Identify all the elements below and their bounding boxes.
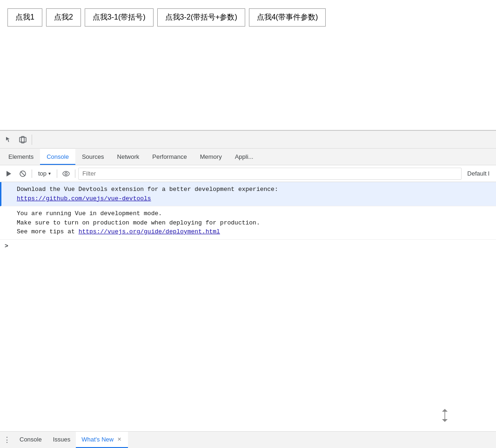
btn-2[interactable]: 点我2 (46, 8, 81, 27)
devtools-panel: Elements Console Sources Network Perform… (0, 130, 496, 448)
page-content-area: 点我1 点我2 点我3-1(带括号) 点我3-2(带括号+参数) 点我4(带事件… (0, 0, 496, 130)
tab-console[interactable]: Console (40, 149, 75, 165)
console-toolbar-separator-2 (57, 170, 57, 178)
message-link-2[interactable]: https://vuejs.org/guide/deployment.html (79, 228, 220, 235)
default-levels-label: Default l (463, 170, 493, 177)
more-options-icon[interactable]: ⋮ (0, 432, 14, 448)
cursor-icon (5, 136, 13, 143)
console-message-2: You are running Vue in development mode.… (0, 206, 496, 240)
bottom-tabs: Console Issues What's New ✕ (14, 432, 496, 448)
eye-icon (62, 170, 70, 177)
block-button[interactable] (17, 168, 29, 180)
button-row: 点我1 点我2 点我3-1(带括号) 点我3-2(带括号+参数) 点我4(带事件… (7, 8, 489, 27)
bottom-tab-console[interactable]: Console (14, 432, 47, 448)
btn-4[interactable]: 点我4(带事件参数) (249, 8, 326, 27)
tab-elements[interactable]: Elements (2, 149, 40, 165)
btn-3-1[interactable]: 点我3-1(带括号) (85, 8, 154, 27)
device-icon (19, 136, 27, 143)
svg-point-6 (65, 172, 67, 175)
console-prompt-line: > (0, 240, 496, 253)
tab-memory[interactable]: Memory (194, 149, 228, 165)
svg-point-5 (63, 171, 69, 176)
inspect-element-button[interactable] (2, 133, 16, 147)
chevron-down-icon: ▾ (48, 171, 51, 176)
tab-application[interactable]: Appli... (228, 149, 260, 165)
resize-handle[interactable] (440, 409, 449, 422)
btn-1[interactable]: 点我1 (7, 8, 42, 27)
console-message-1: Download the Vue Devtools extension for … (0, 182, 496, 206)
console-content: Download the Vue Devtools extension for … (0, 182, 496, 431)
message-text-2-line1: You are running Vue in development mode. (17, 210, 162, 217)
prompt-chevron-icon: > (5, 243, 8, 250)
message-text-1: Download the Vue Devtools extension for … (17, 186, 278, 193)
eye-button[interactable] (60, 168, 72, 180)
svg-rect-0 (20, 137, 26, 142)
message-text-2-line3: See more tips at (17, 228, 79, 235)
message-link-1[interactable]: https://github.com/vuejs/vue-devtools (17, 195, 151, 202)
toolbar-separator-1 (32, 135, 32, 145)
context-selector[interactable]: top ▾ (35, 169, 54, 178)
console-toolbar: top ▾ Default l (0, 165, 496, 182)
svg-line-4 (21, 171, 25, 176)
filter-input[interactable] (78, 168, 462, 180)
tab-network[interactable]: Network (111, 149, 146, 165)
console-toolbar-separator-3 (75, 170, 75, 178)
block-icon (20, 170, 26, 177)
device-toolbar-button[interactable] (16, 133, 30, 147)
svg-marker-9 (442, 419, 448, 422)
clear-console-button[interactable] (3, 168, 15, 180)
console-toolbar-separator-1 (32, 170, 32, 178)
bottom-bar: ⋮ Console Issues What's New ✕ (0, 431, 496, 448)
devtools-toolbar (0, 131, 496, 149)
bottom-tab-close-icon[interactable]: ✕ (116, 436, 122, 442)
console-prompt-input[interactable] (12, 243, 491, 250)
bottom-tab-whats-new[interactable]: What's New ✕ (76, 432, 128, 448)
resize-icon (440, 409, 449, 422)
btn-3-2[interactable]: 点我3-2(带括号+参数) (157, 8, 245, 27)
devtools-tabs: Elements Console Sources Network Perform… (0, 149, 496, 165)
svg-marker-8 (442, 409, 448, 412)
tab-performance[interactable]: Performance (146, 149, 193, 165)
message-text-2-line2: Make sure to turn on production mode whe… (17, 219, 260, 226)
tab-sources[interactable]: Sources (75, 149, 111, 165)
play-icon (6, 170, 12, 177)
bottom-tab-issues[interactable]: Issues (47, 432, 76, 448)
context-label: top (38, 170, 47, 177)
svg-marker-2 (7, 171, 11, 176)
bottom-tab-whats-new-label: What's New (81, 436, 114, 443)
